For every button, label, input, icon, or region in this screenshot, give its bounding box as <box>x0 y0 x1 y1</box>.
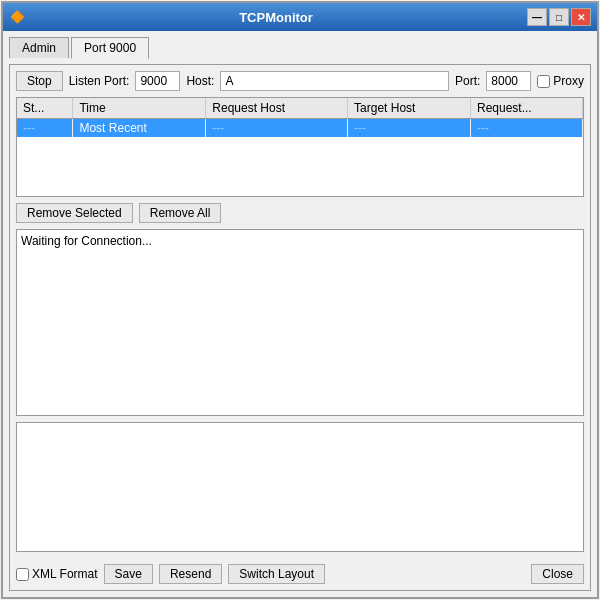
host-input[interactable] <box>220 71 449 91</box>
table-header-row: St... Time Request Host Target Host Requ… <box>17 98 583 119</box>
cell-request: --- <box>471 119 583 138</box>
stop-button[interactable]: Stop <box>16 71 63 91</box>
save-button[interactable]: Save <box>104 564 153 584</box>
bottom-left: XML Format Save Resend Switch Layout <box>16 564 325 584</box>
window-title: TCPMonitor <box>25 10 527 25</box>
title-bar-left: 🔶 <box>9 9 25 25</box>
close-window-button[interactable]: ✕ <box>571 8 591 26</box>
col-request-host: Request Host <box>206 98 348 119</box>
cell-request-host: --- <box>206 119 348 138</box>
port-toolbar: Stop Listen Port: Host: Port: Proxy <box>16 71 584 91</box>
proxy-wrapper: Proxy <box>537 74 584 88</box>
action-row: Remove Selected Remove All <box>16 203 584 223</box>
listen-port-label: Listen Port: <box>69 74 130 88</box>
title-bar: 🔶 TCPMonitor — □ ✕ <box>3 3 597 31</box>
resend-button[interactable]: Resend <box>159 564 222 584</box>
cell-time: Most Recent <box>73 119 206 138</box>
xml-format-label: XML Format <box>32 567 98 581</box>
cell-target-host: --- <box>348 119 471 138</box>
col-target-host: Target Host <box>348 98 471 119</box>
tab-port9000[interactable]: Port 9000 <box>71 37 149 59</box>
col-status: St... <box>17 98 73 119</box>
proxy-checkbox[interactable] <box>537 75 550 88</box>
lower-text-area <box>16 422 584 552</box>
tab-content: Stop Listen Port: Host: Port: Proxy St..… <box>9 64 591 591</box>
tab-bar: Admin Port 9000 <box>9 37 591 58</box>
col-request: Request... <box>471 98 583 119</box>
listen-port-input[interactable] <box>135 71 180 91</box>
switch-layout-button[interactable]: Switch Layout <box>228 564 325 584</box>
host-label: Host: <box>186 74 214 88</box>
status-text: Waiting for Connection... <box>21 234 152 248</box>
minimize-button[interactable]: — <box>527 8 547 26</box>
main-panels: Waiting for Connection... <box>16 229 584 552</box>
content-area: Admin Port 9000 Stop Listen Port: Host: … <box>3 31 597 597</box>
table-row[interactable]: --- Most Recent --- --- --- <box>17 119 583 138</box>
port-input[interactable] <box>486 71 531 91</box>
close-button[interactable]: Close <box>531 564 584 584</box>
xml-format-checkbox[interactable] <box>16 568 29 581</box>
maximize-button[interactable]: □ <box>549 8 569 26</box>
title-bar-buttons: — □ ✕ <box>527 8 591 26</box>
col-time: Time <box>73 98 206 119</box>
app-icon: 🔶 <box>9 9 25 25</box>
remove-selected-button[interactable]: Remove Selected <box>16 203 133 223</box>
proxy-label: Proxy <box>553 74 584 88</box>
cell-status: --- <box>17 119 73 138</box>
port-label: Port: <box>455 74 480 88</box>
tab-admin[interactable]: Admin <box>9 37 69 58</box>
bottom-bar: XML Format Save Resend Switch Layout Clo… <box>16 558 584 584</box>
remove-all-button[interactable]: Remove All <box>139 203 222 223</box>
connection-table: St... Time Request Host Target Host Requ… <box>17 98 583 137</box>
connection-table-container: St... Time Request Host Target Host Requ… <box>16 97 584 197</box>
xml-format-wrapper: XML Format <box>16 567 98 581</box>
main-window: 🔶 TCPMonitor — □ ✕ Admin Port 9000 Stop … <box>1 1 599 599</box>
status-text-area: Waiting for Connection... <box>16 229 584 416</box>
